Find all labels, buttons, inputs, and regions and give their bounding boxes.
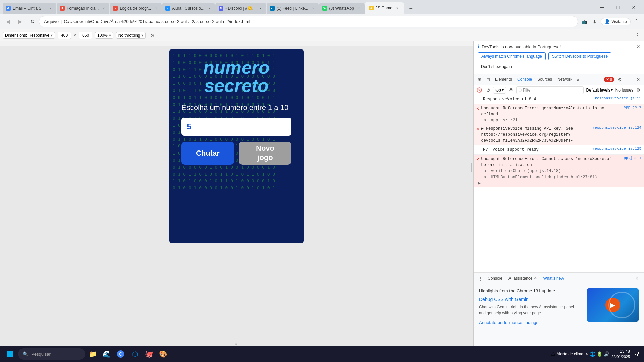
clock-display[interactable]: 13:48 22/01/2025: [611, 349, 630, 359]
ruler-top: [0, 41, 473, 46]
forward-button[interactable]: ▶: [15, 16, 25, 27]
info-icon: ℹ: [478, 44, 480, 50]
battery-icon[interactable]: 🔋: [597, 351, 602, 357]
debug-css-link[interactable]: Debug CSS with Gemini: [479, 297, 581, 302]
devtools-cursor-icon[interactable]: ⊡: [484, 75, 492, 84]
more-devtools-button[interactable]: ⋮: [625, 75, 633, 84]
dimensions-selector[interactable]: Dimensions: Responsive ▾: [3, 32, 55, 39]
novo-jogo-button[interactable]: Novojogo: [239, 142, 291, 165]
tab-close[interactable]: ×: [101, 6, 106, 11]
profile-button[interactable]: 👤 jsgame Visitante: [601, 18, 631, 25]
taskbar-icon-git[interactable]: 🐙: [142, 347, 156, 361]
match-language-button[interactable]: Always match Chrome's language: [478, 52, 546, 60]
more-tabs-button[interactable]: »: [575, 74, 581, 85]
console-settings-icon[interactable]: ⚙: [635, 86, 642, 94]
start-button[interactable]: [3, 347, 17, 361]
settings-icon[interactable]: ⚙: [615, 75, 624, 84]
viewport-scrollbar[interactable]: [471, 163, 472, 172]
taskbar-icon-chrome[interactable]: [114, 347, 127, 361]
switch-language-button[interactable]: Switch DevTools to Portuguese: [548, 52, 611, 60]
download-button[interactable]: ⬇: [590, 17, 599, 26]
bp-close-button[interactable]: ×: [633, 274, 641, 283]
game-number-input[interactable]: [181, 118, 291, 136]
message-link[interactable]: responsivevoice.js:15: [595, 96, 641, 100]
zoom-selector[interactable]: 100% ▾: [95, 32, 113, 39]
message-link[interactable]: responsivevoice.js:125: [593, 147, 641, 151]
network-icon[interactable]: 🌐: [590, 351, 595, 357]
notification-title: DevTools is now available in Portuguese!: [482, 44, 561, 49]
tab-close[interactable]: ×: [395, 6, 400, 10]
tab-alura[interactable]: A Alura | Cursos o... ×: [162, 3, 215, 14]
back-button[interactable]: ◀: [3, 16, 13, 27]
game-subtitle: Escolha um número entre 1 a 10: [181, 103, 291, 113]
tab-network[interactable]: Network: [555, 74, 575, 85]
message-link[interactable]: app.js:1: [624, 105, 641, 109]
tab-sources[interactable]: Sources: [535, 74, 555, 85]
default-levels-selector[interactable]: Default levels ▾: [585, 87, 614, 93]
tab-close[interactable]: ×: [311, 6, 315, 11]
search-bar[interactable]: 🔍 Pesquisar: [18, 348, 85, 360]
tab-linkedin[interactable]: in (1) Feed | Linke... ×: [267, 3, 319, 14]
taskbar-icon-ps[interactable]: 🎨: [156, 347, 170, 361]
close-notification-button[interactable]: ×: [636, 44, 640, 50]
more-options-button[interactable]: ⋮: [633, 31, 641, 39]
maximize-button[interactable]: □: [610, 1, 626, 14]
bp-tab-ai[interactable]: AI assistance ⚠: [506, 273, 540, 284]
tab-close[interactable]: ×: [357, 6, 361, 11]
tab-close[interactable]: ×: [154, 6, 158, 11]
top-context-selector[interactable]: top ▾: [493, 87, 506, 94]
viewport-height[interactable]: [79, 32, 92, 39]
cast-button[interactable]: 📺: [579, 17, 589, 26]
menu-button[interactable]: ⋮: [632, 17, 641, 26]
eye-icon[interactable]: 👁: [507, 86, 515, 94]
bp-tab-whats-new[interactable]: What's new: [540, 273, 567, 284]
viewport-resize-handle[interactable]: ≡: [0, 341, 473, 346]
tab-formacao[interactable]: F Formação Inicia... ×: [57, 3, 109, 14]
dont-show-again-button[interactable]: Don't show again: [478, 63, 515, 70]
toggle-device-metrics[interactable]: ⊘: [148, 31, 156, 39]
minimize-button[interactable]: ─: [594, 1, 610, 14]
toggle-filter-button[interactable]: ⊘: [484, 86, 492, 94]
filter-input-wrapper[interactable]: ⊟ Filter: [516, 86, 584, 94]
nav-bar: ◀ ▶ ↻ Arquivo | C:/Users/cinti/OneDrive/…: [0, 14, 644, 29]
clear-console-button[interactable]: 🚫: [476, 86, 483, 94]
message-text: RV: Voice support ready: [483, 147, 591, 153]
tab-close[interactable]: ×: [258, 6, 263, 11]
taskbar-icon-explorer[interactable]: 📁: [86, 347, 99, 361]
close-window-button[interactable]: ×: [626, 1, 641, 14]
tab-whatsapp[interactable]: W (3) WhatsApp ×: [319, 3, 364, 14]
message-link[interactable]: app.js:14: [622, 156, 641, 160]
taskbar-icon-vscode[interactable]: ⬡: [128, 347, 142, 361]
bp-tab-console[interactable]: Console: [485, 273, 505, 284]
svg-rect-0: [7, 351, 10, 354]
reload-button[interactable]: ↻: [27, 16, 38, 27]
taskbar-icon-edge[interactable]: 🌊: [100, 347, 113, 361]
notification-button[interactable]: 🗨: [632, 349, 641, 359]
expand-tray-icon[interactable]: ∧: [585, 352, 588, 356]
tab-close[interactable]: ×: [207, 6, 212, 11]
message-link[interactable]: responsivevoice.js:124: [593, 126, 641, 130]
tab-close[interactable]: ×: [48, 6, 53, 11]
devtools-dock-icon[interactable]: ⊞: [475, 75, 484, 84]
tab-discord[interactable]: D • Discord | #😊... ×: [215, 3, 266, 14]
viewport-width[interactable]: [58, 32, 71, 39]
tab-elements[interactable]: Elements: [492, 74, 515, 85]
game-title-line2: secreto: [181, 76, 291, 95]
tab-email[interactable]: G Email – Cintia Si... ×: [3, 3, 56, 14]
console-messages[interactable]: ResponsiveVoice r1.8.4 responsivevoice.j…: [474, 95, 644, 272]
new-tab-button[interactable]: +: [406, 3, 416, 14]
address-bar[interactable]: Arquivo | C:/Users/cinti/OneDrive/Área%2…: [39, 16, 578, 27]
taskbar-tray[interactable]: ∧ 🌐 🔋 🔊: [585, 351, 609, 357]
tab-console[interactable]: Console: [515, 74, 535, 85]
expand-button[interactable]: ▶: [476, 181, 641, 186]
chutar-button[interactable]: Chutar: [181, 142, 234, 165]
tab-jsgame-active[interactable]: J JS Game ×: [365, 2, 404, 14]
bottom-panel: ⋮ Console AI assistance ⚠ What's new × H…: [474, 272, 644, 346]
throttling-selector[interactable]: No throttling ▾: [116, 32, 146, 39]
close-devtools-button[interactable]: ×: [634, 75, 643, 84]
weather-notification[interactable]: ⚠ Alerta de clima: [551, 351, 583, 357]
bottom-panel-icon[interactable]: ⋮: [476, 275, 484, 283]
annotate-link[interactable]: Annotate performance findings: [479, 320, 538, 325]
tab-logica[interactable]: a Lógica de progr... ×: [110, 3, 162, 14]
volume-icon[interactable]: 🔊: [604, 351, 609, 357]
